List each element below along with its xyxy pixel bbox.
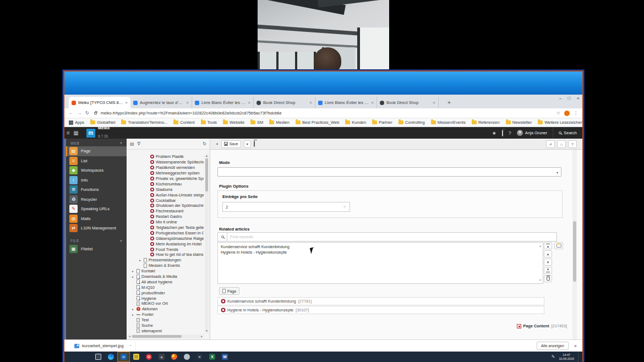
tree-item-label[interactable]: Shutdown der Spülmaschine (156, 203, 204, 208)
tree-item-label[interactable]: productfinder (141, 290, 165, 295)
tree-item-label[interactable]: Mehrweggeschirr spülen (156, 171, 200, 175)
tree-expand-icon[interactable]: ▸ (131, 308, 135, 311)
tree-item-label[interactable]: Messen & Events (149, 263, 180, 268)
refresh-tree-icon[interactable]: ↻ (203, 141, 206, 146)
browser-tab[interactable]: Meiko [TYPO3 CMS 8.7.36] × (69, 97, 130, 108)
topbar-search[interactable]: Search (553, 127, 577, 139)
tree-item-label[interactable]: M-iQ10 (141, 285, 155, 290)
chrome-profile-avatar[interactable] (564, 111, 570, 116)
browser-tab[interactable]: Augmentez le taux d'occupation × (130, 97, 192, 108)
tree-item[interactable]: Restart Gastro (128, 214, 204, 220)
module-grid-icon[interactable]: ▦ (72, 130, 80, 136)
record-row[interactable]: Hygiene in Hotels - Hygienekonzepte [301… (217, 306, 544, 314)
tree-item-label[interactable]: Suche (141, 323, 153, 328)
entries-per-page-input[interactable] (222, 202, 350, 212)
close-document-icon[interactable]: × (216, 141, 219, 146)
scrollbar-thumb[interactable] (132, 335, 182, 338)
find-records-input[interactable] (227, 232, 557, 242)
tree-item-label[interactable]: Cocktailbar (156, 198, 176, 203)
show-all-downloads-button[interactable]: Alle anzeigen (537, 342, 569, 350)
tree-item[interactable]: All about hygiene (128, 279, 204, 284)
minimize-button[interactable]: – (556, 95, 565, 102)
tree-item-label[interactable]: Außer-Haus-Umsatz steigern (156, 193, 204, 198)
module-item[interactable]: ✎ Speaking URLs (66, 204, 127, 214)
bookmark-folder[interactable]: Kunden (345, 120, 366, 125)
view-webpage-icon[interactable]: ↗ (546, 140, 555, 148)
module-item[interactable]: ⚙ Functions (66, 185, 127, 195)
record-row[interactable]: Kundenservice schafft Kundenbindung [277… (217, 297, 544, 305)
tree-item-label[interactable]: Hygiene (141, 296, 156, 301)
module-item[interactable]: ▦ Filelist (66, 244, 127, 254)
menu-toggle-icon[interactable]: ≡ (64, 130, 72, 136)
selected-articles-listbox[interactable]: Kundenservice schafft Kundenbindung Hygi… (217, 242, 543, 284)
bookmark-folder[interactable]: Tools (201, 120, 217, 125)
tree-item[interactable]: How to get rid of tea stains (128, 252, 204, 257)
url-text[interactable]: meiko.fr/typo3/index.php?route=%2Fmain&t… (101, 111, 553, 116)
tree-item[interactable]: Portugiesisches Essen in China (128, 230, 204, 235)
chevron-up-icon[interactable]: ^ (129, 344, 131, 348)
tree-expand-icon[interactable]: ▸ (138, 259, 142, 262)
more-bookmarks[interactable]: Weitere Lesezeichen (538, 120, 582, 125)
tree-item-label[interactable]: Pressemeldungen (149, 257, 181, 262)
taskbar-app edge[interactable] (105, 352, 117, 362)
tree-item-label[interactable]: Private vs. gewerbliche Spülm (156, 176, 204, 181)
tree-item-label[interactable]: How to get rid of tea stains (156, 252, 203, 257)
module-group-web[interactable]: WEB▾ (66, 139, 127, 146)
help-icon[interactable]: ? (568, 140, 577, 148)
module-item[interactable]: ♻ Recycler (66, 195, 127, 205)
tree-item-label[interactable]: Footer (142, 312, 154, 317)
tree-item[interactable]: Suche (128, 323, 204, 328)
show-desktop-button[interactable] (578, 352, 580, 362)
module-item[interactable]: ≡ List (66, 156, 127, 166)
tree-item[interactable]: Hygiene (128, 295, 204, 301)
scroll-down-icon[interactable]: ▼ (205, 329, 209, 333)
close-button[interactable]: × (574, 95, 582, 102)
tree-item-label[interactable]: MEIKO vor Ort (141, 301, 168, 306)
browser-tab[interactable]: Livre Blanc Éviter les déchets pla... × (192, 97, 254, 108)
tree-item[interactable]: Private vs. gewerbliche Spülm (128, 176, 204, 182)
save-button[interactable]: Save (221, 140, 241, 148)
remove-item-button[interactable] (544, 275, 552, 282)
move-up-button[interactable]: ▲ (544, 250, 552, 257)
tree-item-label[interactable]: sitemapxml (141, 328, 162, 333)
tree-item[interactable]: Mehr Auslastung im Hotel (128, 241, 204, 246)
module-item[interactable]: ⇄ L10N Management (66, 223, 127, 233)
tab-close-icon[interactable]: × (125, 100, 128, 105)
tree-item[interactable]: Wassersparende Spültechnik (128, 160, 204, 165)
downloaded-file-chip[interactable]: kurzarbeit_stempel.jpg ^ (70, 342, 136, 350)
scroll-right-icon[interactable]: ▸ (200, 334, 204, 338)
tree-item-label[interactable]: Portugiesisches Essen in China (156, 231, 204, 235)
module-item[interactable]: ◆ Workspaces (66, 166, 127, 175)
scroll-up-icon[interactable]: ▲ (539, 244, 542, 248)
bookmark-folder[interactable]: Newsletter (506, 120, 532, 125)
taskbar-app app-x[interactable]: ✕ (193, 352, 206, 362)
tree-expand-icon[interactable]: ▸ (131, 275, 135, 278)
browser-menu-icon[interactable]: ⋮ (574, 111, 578, 116)
tree-item-label[interactable]: Teigtaschen per Tesla geliefert (156, 225, 204, 230)
tree-item-label[interactable]: Plastikmüll vermeiden (156, 165, 195, 170)
tree-item[interactable]: Küchenumbau (128, 181, 204, 187)
reload-icon[interactable]: ↻ (85, 111, 89, 116)
back-icon[interactable]: ← (69, 111, 73, 116)
tree-item[interactable]: Mix it online (128, 220, 204, 225)
bookmark-folder[interactable]: Referenzen (472, 120, 500, 125)
module-group-file[interactable]: FILE▾ (66, 237, 127, 244)
tab-close-icon[interactable]: × (433, 100, 435, 105)
bookmark-folder[interactable]: Controlling (399, 120, 425, 125)
tab-close-icon[interactable]: × (186, 100, 189, 105)
tree-expand-icon[interactable]: ▸ (131, 313, 135, 316)
tree-item-label[interactable]: Problem Plastik (156, 154, 184, 159)
move-to-bottom-button[interactable]: ▼ (544, 267, 552, 274)
tree-item-label[interactable]: Food Trends (156, 247, 178, 252)
filter-icon[interactable]: ∇ (138, 141, 140, 146)
tab-close-icon[interactable]: × (248, 100, 250, 105)
forward-icon[interactable]: → (77, 111, 81, 116)
tree-item-label[interactable]: Mix it online (156, 220, 177, 224)
user-menu[interactable]: Anja Gruner (517, 130, 547, 136)
tree-item[interactable]: Stadiums (128, 187, 204, 192)
clear-input-icon[interactable]: × (343, 205, 346, 209)
taskbar-app excel[interactable]: X (206, 352, 219, 362)
tree-item[interactable]: Shutdown der Spülmaschine (128, 203, 204, 209)
browser-tab[interactable]: Livre Blanc Éviter les déchets pla... × (315, 97, 377, 108)
mode-select[interactable]: ▾ (217, 167, 561, 177)
